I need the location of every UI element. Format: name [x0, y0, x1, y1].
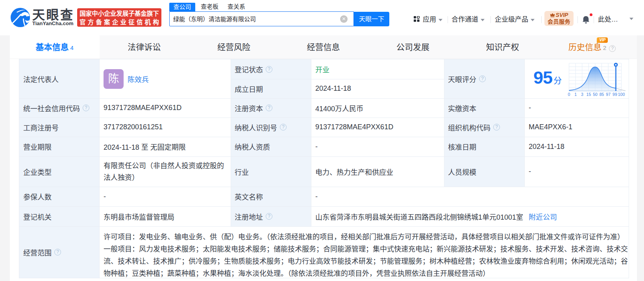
svg-text:1: 1 — [574, 92, 577, 97]
svg-text:99: 99 — [613, 92, 617, 97]
svg-text:100: 100 — [618, 92, 625, 97]
svg-text:3: 3 — [581, 92, 583, 97]
svg-text:97: 97 — [606, 92, 611, 97]
svg-text:85: 85 — [600, 92, 604, 97]
svg-text:15: 15 — [587, 92, 591, 97]
svg-text:50: 50 — [593, 92, 598, 97]
svg-text:0: 0 — [568, 92, 570, 97]
